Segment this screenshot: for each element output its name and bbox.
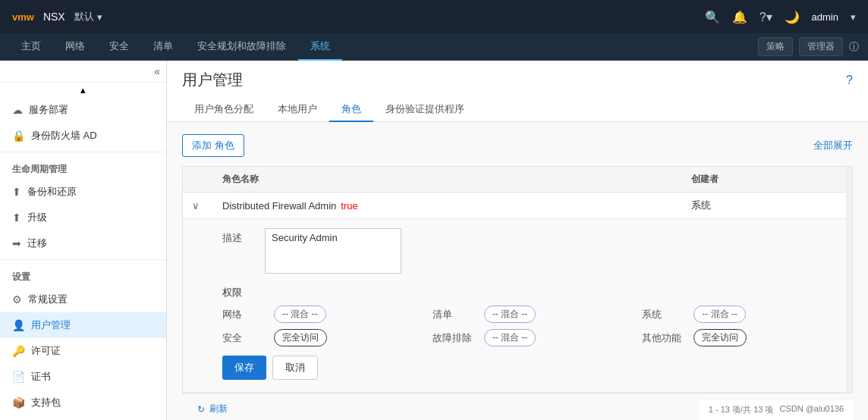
action-bar: 添加 角色 全部展开: [182, 134, 853, 157]
section-title-lifecycle: 生命周期管理: [0, 155, 166, 179]
sub-tab-role[interactable]: 角色: [329, 98, 373, 122]
table-row-main: ∨ Distributed Firewall Admin true 系统: [183, 193, 852, 219]
save-button[interactable]: 保存: [222, 356, 266, 380]
default-selector[interactable]: 默认 ▾: [74, 10, 102, 24]
sidebar-item-license[interactable]: 🔑 许可证: [0, 338, 166, 364]
pagination-info: 1 - 13 项/共 13 项: [709, 404, 774, 415]
perm-badge-inventory[interactable]: -- 混合 --: [484, 306, 536, 323]
sidebar-item-user-management[interactable]: 👤 用户管理: [0, 312, 166, 338]
perm-label-other: 其他功能: [642, 331, 687, 345]
dropdown-icon: ▾: [97, 11, 102, 23]
required-star: true: [341, 200, 357, 212]
page-help-icon[interactable]: ?: [846, 74, 853, 87]
sidebar-collapse-bar: «: [0, 61, 166, 83]
description-textarea[interactable]: Security Admin: [265, 228, 401, 274]
sidebar-item-certificate[interactable]: 📄 证书: [0, 364, 166, 390]
admin-label[interactable]: admin: [812, 11, 838, 23]
sidebar-item-upgrade[interactable]: ⬆ 升级: [0, 205, 166, 230]
bell-icon[interactable]: 🔔: [732, 10, 747, 24]
tab-right-actions: 策略 管理器 ⓘ: [758, 37, 859, 56]
perm-label-network: 网络: [222, 308, 268, 321]
collapse-icon[interactable]: «: [154, 65, 160, 77]
content-body: 添加 角色 全部展开 角色名称 创建者 ∨: [167, 122, 868, 420]
expand-icon[interactable]: ∨: [192, 200, 222, 212]
page-title: 用户管理 ?: [182, 70, 853, 90]
tab-inventory[interactable]: 清单: [141, 33, 185, 61]
tab-network[interactable]: 网络: [53, 33, 97, 61]
upgrade-icon: ⬆: [12, 212, 21, 224]
dark-mode-icon[interactable]: 🌙: [785, 10, 800, 24]
tab-info-icon[interactable]: ⓘ: [849, 40, 859, 54]
tab-system[interactable]: 系统: [298, 33, 342, 61]
key-icon: 🔑: [12, 345, 25, 357]
product-name: NSX: [43, 11, 65, 23]
perm-badge-troubleshoot[interactable]: -- 混合 --: [484, 329, 536, 346]
sidebar-label-user-mgmt: 用户管理: [31, 318, 71, 332]
creator-cell: 系统: [691, 199, 843, 212]
cert-icon: 📄: [12, 371, 25, 383]
sub-tab-auth-provider[interactable]: 身份验证提供程序: [373, 98, 476, 122]
perm-label-security: 安全: [222, 331, 268, 345]
manager-button[interactable]: 管理器: [799, 37, 843, 56]
perm-label-system: 系统: [642, 308, 687, 321]
perm-row-troubleshoot: 故障排除 -- 混合 --: [432, 329, 631, 346]
nav-left: vmw NSX 默认 ▾: [12, 10, 102, 24]
sidebar-item-idfw[interactable]: 🔒 身份防火墙 AD: [0, 123, 166, 149]
sidebar-label-general: 常规设置: [28, 293, 68, 306]
perm-badge-security[interactable]: 完全访问: [274, 329, 327, 346]
sidebar-label-idfw: 身份防火墙 AD: [31, 129, 97, 143]
perm-row-system: 系统 -- 混合 --: [642, 306, 840, 323]
perm-row-inventory: 清单 -- 混合 --: [432, 306, 631, 323]
role-name-cell: Distributed Firewall Admin true: [222, 200, 691, 212]
col-expand: [192, 173, 222, 186]
tab-security[interactable]: 安全: [97, 33, 141, 61]
permissions-grid: 网络 -- 混合 -- 清单 -- 混合 -- 系统 -- 混合 --: [222, 306, 840, 346]
divider-1: [0, 152, 166, 152]
sidebar-label-upgrade: 升级: [27, 211, 47, 224]
permissions-section: 权限 网络 -- 混合 -- 清单 -- 混合 --: [222, 286, 840, 346]
action-buttons: 保存 取消: [222, 356, 840, 380]
perm-label-troubleshoot: 故障排除: [432, 331, 478, 345]
role-name-text: Distributed Firewall Admin: [222, 200, 336, 212]
sidebar-label-service-deploy: 服务部署: [29, 103, 68, 117]
sidebar-item-support-bundle[interactable]: 📦 支持包: [0, 390, 166, 415]
refresh-bar[interactable]: ↻ 刷新: [182, 396, 243, 420]
description-row: 描述 Security Admin: [222, 228, 840, 274]
tab-home[interactable]: 主页: [9, 33, 53, 61]
perm-badge-system[interactable]: -- 混合 --: [693, 306, 746, 323]
table-scrollbar[interactable]: [846, 167, 852, 393]
section-title-settings: 设置: [0, 263, 166, 287]
main-content-area: 用户管理 ? 用户角色分配 本地用户 角色 身份验证提供程序 添加 角色 全部展…: [167, 61, 868, 420]
tab-planning[interactable]: 安全规划和故障排除: [185, 33, 298, 61]
search-icon[interactable]: 🔍: [705, 10, 720, 24]
policy-button[interactable]: 策略: [758, 37, 793, 56]
expanded-detail: 描述 Security Admin 权限 网络 -- 混合 --: [183, 219, 852, 393]
vmware-logo: vmw: [12, 11, 34, 23]
sidebar-label-cert: 证书: [31, 370, 51, 384]
perm-badge-other[interactable]: 完全访问: [693, 329, 747, 346]
permissions-title: 权限: [222, 286, 840, 299]
sub-tab-local-user[interactable]: 本地用户: [266, 98, 329, 122]
roles-table: 角色名称 创建者 ∨ Distributed Firewall Admin tr…: [182, 166, 853, 393]
credit-info: CSDN @alu0136: [779, 404, 844, 415]
perm-label-inventory: 清单: [432, 308, 478, 321]
top-navigation: vmw NSX 默认 ▾ 🔍 🔔 ?▾ 🌙 admin ▾: [0, 0, 868, 33]
backup-icon: ⬆: [12, 186, 21, 198]
help-icon[interactable]: ?▾: [760, 10, 772, 24]
sidebar-item-backup[interactable]: ⬆ 备份和还原: [0, 179, 166, 205]
sub-tab-user-role[interactable]: 用户角色分配: [182, 98, 266, 122]
perm-badge-network[interactable]: -- 混合 --: [274, 306, 326, 323]
bundle-icon: 📦: [12, 396, 25, 409]
description-label: 描述: [222, 231, 253, 245]
cancel-button[interactable]: 取消: [272, 356, 318, 380]
default-label: 默认: [74, 10, 94, 24]
add-role-button[interactable]: 添加 角色: [182, 134, 244, 157]
scroll-up-indicator: ▴: [0, 83, 166, 97]
expand-all-link[interactable]: 全部展开: [813, 139, 853, 152]
perm-row-network: 网络 -- 混合 --: [222, 306, 420, 323]
col-role-name: 角色名称: [222, 173, 691, 186]
sidebar-item-general-settings[interactable]: ⚙ 常规设置: [0, 287, 166, 312]
sidebar-item-migrate[interactable]: ➡ 迁移: [0, 230, 166, 256]
sidebar-item-service-deploy[interactable]: ☁ 服务部署: [0, 97, 166, 123]
lock-icon: 🔒: [12, 130, 25, 142]
